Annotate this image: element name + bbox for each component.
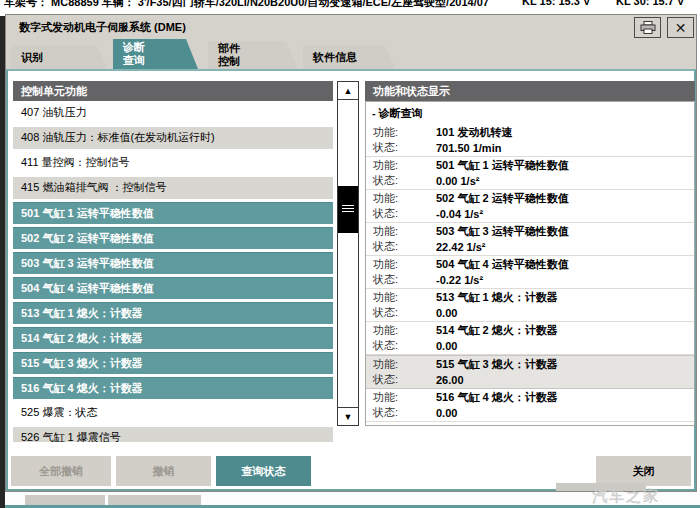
list-item[interactable]: 501 气缸 1 运转平稳性数值 bbox=[13, 202, 333, 224]
list-item[interactable]: 503 气缸 3 运转平稳性数值 bbox=[13, 252, 333, 274]
list-item[interactable]: 504 气缸 4 运转平稳性数值 bbox=[13, 277, 333, 299]
function-line-value: 516 气缸 4 熄火：计数器 bbox=[436, 390, 558, 405]
status-line: 状态:0.00 bbox=[366, 405, 694, 420]
tab-component-control[interactable]: 部件控制 bbox=[208, 41, 298, 69]
function-line-label: 功能: bbox=[366, 191, 436, 206]
screen: 车架号： MC88859 车辆： 3'/F35/四门轿车/320Li/N20B2… bbox=[0, 0, 700, 508]
status-line-label: 状态: bbox=[366, 140, 436, 155]
status-line-label: 状态: bbox=[366, 206, 436, 221]
tab-diagnosis-query[interactable]: 诊断查询 bbox=[113, 39, 198, 69]
function-line-label: 功能: bbox=[366, 357, 436, 372]
function-line: 功能:503 气缸 3 运转平稳性数值 bbox=[366, 224, 694, 239]
tab-label: 查询 bbox=[123, 54, 198, 67]
function-line-value: 101 发动机转速 bbox=[436, 125, 512, 140]
list-item[interactable]: 526 气缸 1 爆震信号 bbox=[13, 427, 333, 442]
cancel-button: 撤销 bbox=[116, 456, 211, 486]
status-entry[interactable]: 功能:514 气缸 2 熄火：计数器状态:0.00 bbox=[366, 322, 694, 355]
status-line-value: 0.00 bbox=[436, 407, 457, 419]
tab-software-info[interactable]: 软件信息 bbox=[303, 45, 396, 69]
status-line: 状态:0.00 1/s² bbox=[366, 173, 694, 188]
status-line-label: 状态: bbox=[366, 239, 436, 254]
status-entry[interactable]: 功能:513 气缸 1 熄火：计数器状态:0.00 bbox=[366, 289, 694, 322]
tab-label: 部件 bbox=[218, 42, 298, 55]
function-line: 功能:504 气缸 4 运转平稳性数值 bbox=[366, 257, 694, 272]
function-line-value: 515 气缸 3 熄火：计数器 bbox=[436, 357, 558, 372]
status-display-box: - 诊断查询 功能:101 发动机转速状态:701.50 1/min功能:501… bbox=[365, 101, 695, 426]
function-line-value: 514 气缸 2 熄火：计数器 bbox=[436, 323, 558, 338]
function-line-label: 功能: bbox=[366, 158, 436, 173]
status-line: 状态:22.42 1/s² bbox=[366, 239, 694, 254]
cancel-all-button: 全部撤销 bbox=[11, 456, 111, 486]
function-line: 功能:502 气缸 2 运转平稳性数值 bbox=[366, 191, 694, 206]
list-item[interactable]: 514 气缸 2 熄火：计数器 bbox=[13, 327, 333, 349]
status-line-label: 状态: bbox=[366, 405, 436, 420]
function-line-label: 功能: bbox=[366, 290, 436, 305]
scrollbar-thumb[interactable] bbox=[338, 186, 358, 233]
list-item[interactable]: 415 燃油箱排气阀 ：控制信号 bbox=[13, 177, 333, 199]
status-entry[interactable]: 功能:502 气缸 2 运转平稳性数值状态:-0.04 1/s² bbox=[366, 190, 694, 223]
status-entries: 功能:101 发动机转速状态:701.50 1/min功能:501 气缸 1 运… bbox=[366, 124, 694, 422]
function-line: 功能:501 气缸 1 运转平稳性数值 bbox=[366, 158, 694, 173]
left-panel-header: 控制单元功能 bbox=[13, 81, 333, 101]
function-line-label: 功能: bbox=[366, 224, 436, 239]
query-status-button[interactable]: 查询状态 bbox=[216, 456, 311, 486]
function-line-label: 功能: bbox=[366, 390, 436, 405]
group-title: - 诊断查询 bbox=[366, 104, 694, 124]
function-line-label: 功能: bbox=[366, 257, 436, 272]
function-line-value: 501 气缸 1 运转平稳性数值 bbox=[436, 158, 569, 173]
function-line: 功能:514 气缸 2 熄火：计数器 bbox=[366, 323, 694, 338]
tab-identification[interactable]: 识别 bbox=[11, 45, 108, 69]
watermark-text: 汽车之家 bbox=[592, 487, 660, 506]
status-entry[interactable]: 功能:515 气缸 3 熄火：计数器状态:26.00 bbox=[366, 355, 694, 389]
status-line-label: 状态: bbox=[366, 173, 436, 188]
list-item[interactable]: 515 气缸 3 熄火：计数器 bbox=[13, 352, 333, 374]
status-line-label: 状态: bbox=[366, 305, 436, 320]
status-line-label: 状态: bbox=[366, 372, 436, 387]
status-line-label: 状态: bbox=[366, 272, 436, 287]
kl30-voltage: KL 30: 15.7 V bbox=[616, 0, 684, 7]
list-item[interactable]: 408 油轨压力：标准值(在发动机运行时) bbox=[13, 127, 333, 149]
status-line: 状态:-0.22 1/s² bbox=[366, 272, 694, 287]
list-item[interactable]: 513 气缸 1 熄火：计数器 bbox=[13, 302, 333, 324]
function-line-value: 513 气缸 1 熄火：计数器 bbox=[436, 290, 558, 305]
status-entry[interactable]: 功能:503 气缸 3 运转平稳性数值状态:22.42 1/s² bbox=[366, 223, 694, 256]
list-item[interactable]: 407 油轨压力 bbox=[13, 102, 333, 124]
list-item[interactable]: 516 气缸 4 熄火：计数器 bbox=[13, 377, 333, 399]
status-line-value: 0.00 bbox=[436, 307, 457, 319]
tab-label: 软件信息 bbox=[313, 51, 396, 64]
function-line-value: 503 气缸 3 运转平稳性数值 bbox=[436, 224, 569, 239]
vehicle-info-bar: 车架号： MC88859 车辆： 3'/F35/四门轿车/320Li/N20B2… bbox=[0, 0, 700, 9]
close-button[interactable]: 关闭 bbox=[596, 456, 691, 486]
list-scrollbar[interactable]: ▲ ▼ bbox=[337, 81, 359, 426]
list-item[interactable]: 502 气缸 2 运转平稳性数值 bbox=[13, 227, 333, 249]
tab-bar: 识别诊断查询部件控制软件信息 bbox=[6, 15, 698, 69]
status-line: 状态:0.00 bbox=[366, 338, 694, 353]
dme-dialog: 数字式发动机电子伺服系统 (DME) ✕ 识别诊断查询部件控制软件信息 控制单元… bbox=[5, 14, 697, 492]
status-entry[interactable]: 功能:504 气缸 4 运转平稳性数值状态:-0.22 1/s² bbox=[366, 256, 694, 289]
status-entry[interactable]: 功能:516 气缸 4 熄火：计数器状态:0.00 bbox=[366, 389, 694, 422]
arrow-up-icon: ▲ bbox=[344, 86, 353, 96]
arrow-down-icon: ▼ bbox=[344, 412, 353, 422]
status-line-value: 701.50 1/min bbox=[436, 142, 501, 154]
status-line: 状态:-0.04 1/s² bbox=[366, 206, 694, 221]
status-line-label: 状态: bbox=[366, 338, 436, 353]
status-entry[interactable]: 功能:501 气缸 1 运转平稳性数值状态:0.00 1/s² bbox=[366, 157, 694, 190]
function-line-value: 502 气缸 2 运转平稳性数值 bbox=[436, 191, 569, 206]
status-line: 状态:26.00 bbox=[366, 372, 694, 387]
list-item[interactable]: 411 量控阀：控制信号 bbox=[13, 152, 333, 174]
scroll-down-button[interactable]: ▼ bbox=[338, 407, 358, 425]
status-line: 状态:0.00 bbox=[366, 305, 694, 320]
function-line-value: 504 气缸 4 运转平稳性数值 bbox=[436, 257, 569, 272]
status-line-value: 0.00 1/s² bbox=[436, 175, 479, 187]
status-line-value: -0.22 1/s² bbox=[436, 274, 483, 286]
function-line: 功能:515 气缸 3 熄火：计数器 bbox=[366, 357, 694, 372]
control-unit-function-list: 407 油轨压力408 油轨压力：标准值(在发动机运行时)411 量控阀：控制信… bbox=[13, 102, 333, 442]
tab-label: 控制 bbox=[218, 55, 298, 68]
right-panel-header: 功能和状态显示 bbox=[365, 81, 695, 101]
vehicle-info-text: 车架号： MC88859 车辆： 3'/F35/四门轿车/320Li/N20B2… bbox=[4, 0, 489, 9]
function-line: 功能:101 发动机转速 bbox=[366, 125, 694, 140]
list-item[interactable]: 525 爆震：状态 bbox=[13, 402, 333, 424]
function-line: 功能:513 气缸 1 熄火：计数器 bbox=[366, 290, 694, 305]
scroll-up-button[interactable]: ▲ bbox=[338, 82, 358, 100]
status-entry[interactable]: 功能:101 发动机转速状态:701.50 1/min bbox=[366, 124, 694, 157]
